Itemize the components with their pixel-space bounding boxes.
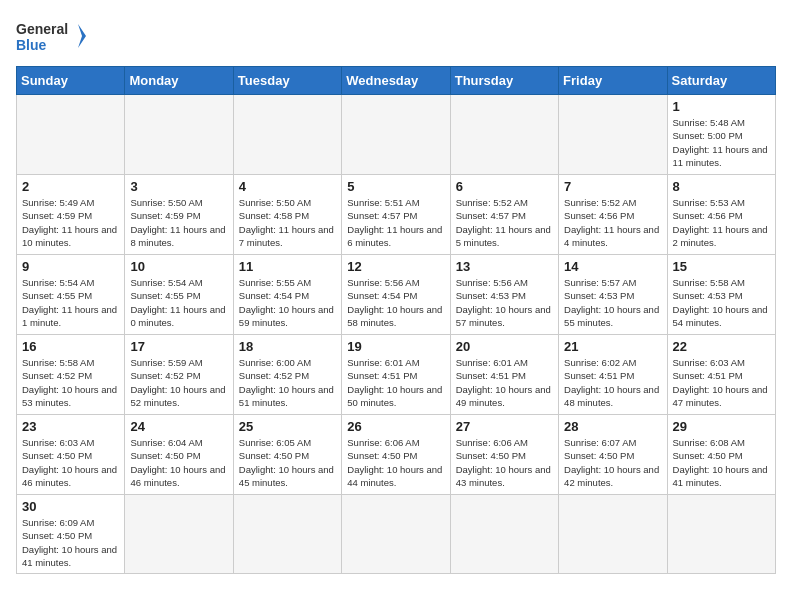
calendar-cell: 30Sunrise: 6:09 AM Sunset: 4:50 PM Dayli… (17, 495, 125, 574)
day-number: 28 (564, 419, 661, 434)
header: General Blue (16, 16, 776, 56)
day-number: 4 (239, 179, 336, 194)
day-number: 2 (22, 179, 119, 194)
calendar-cell: 27Sunrise: 6:06 AM Sunset: 4:50 PM Dayli… (450, 415, 558, 495)
week-row-5: 23Sunrise: 6:03 AM Sunset: 4:50 PM Dayli… (17, 415, 776, 495)
calendar-table: SundayMondayTuesdayWednesdayThursdayFrid… (16, 66, 776, 574)
week-row-4: 16Sunrise: 5:58 AM Sunset: 4:52 PM Dayli… (17, 335, 776, 415)
weekday-header-sunday: Sunday (17, 67, 125, 95)
day-number: 29 (673, 419, 770, 434)
day-number: 23 (22, 419, 119, 434)
day-number: 17 (130, 339, 227, 354)
day-info: Sunrise: 5:56 AM Sunset: 4:54 PM Dayligh… (347, 276, 444, 329)
day-info: Sunrise: 5:52 AM Sunset: 4:56 PM Dayligh… (564, 196, 661, 249)
day-info: Sunrise: 6:04 AM Sunset: 4:50 PM Dayligh… (130, 436, 227, 489)
calendar-cell: 2Sunrise: 5:49 AM Sunset: 4:59 PM Daylig… (17, 175, 125, 255)
weekday-header-tuesday: Tuesday (233, 67, 341, 95)
calendar-cell (450, 495, 558, 574)
calendar-cell: 29Sunrise: 6:08 AM Sunset: 4:50 PM Dayli… (667, 415, 775, 495)
day-number: 26 (347, 419, 444, 434)
day-number: 12 (347, 259, 444, 274)
day-info: Sunrise: 6:02 AM Sunset: 4:51 PM Dayligh… (564, 356, 661, 409)
day-number: 16 (22, 339, 119, 354)
weekday-header-thursday: Thursday (450, 67, 558, 95)
logo: General Blue (16, 16, 86, 56)
day-info: Sunrise: 6:01 AM Sunset: 4:51 PM Dayligh… (456, 356, 553, 409)
day-info: Sunrise: 5:54 AM Sunset: 4:55 PM Dayligh… (130, 276, 227, 329)
weekday-header-monday: Monday (125, 67, 233, 95)
calendar-cell: 3Sunrise: 5:50 AM Sunset: 4:59 PM Daylig… (125, 175, 233, 255)
calendar-cell: 23Sunrise: 6:03 AM Sunset: 4:50 PM Dayli… (17, 415, 125, 495)
day-number: 13 (456, 259, 553, 274)
calendar-cell: 8Sunrise: 5:53 AM Sunset: 4:56 PM Daylig… (667, 175, 775, 255)
day-number: 18 (239, 339, 336, 354)
calendar-cell: 7Sunrise: 5:52 AM Sunset: 4:56 PM Daylig… (559, 175, 667, 255)
calendar-cell (342, 495, 450, 574)
day-info: Sunrise: 6:03 AM Sunset: 4:50 PM Dayligh… (22, 436, 119, 489)
day-number: 7 (564, 179, 661, 194)
calendar-cell (17, 95, 125, 175)
day-info: Sunrise: 5:53 AM Sunset: 4:56 PM Dayligh… (673, 196, 770, 249)
day-number: 5 (347, 179, 444, 194)
day-number: 21 (564, 339, 661, 354)
day-info: Sunrise: 5:50 AM Sunset: 4:59 PM Dayligh… (130, 196, 227, 249)
calendar-cell: 12Sunrise: 5:56 AM Sunset: 4:54 PM Dayli… (342, 255, 450, 335)
calendar-cell (125, 495, 233, 574)
day-info: Sunrise: 5:57 AM Sunset: 4:53 PM Dayligh… (564, 276, 661, 329)
day-info: Sunrise: 6:01 AM Sunset: 4:51 PM Dayligh… (347, 356, 444, 409)
day-info: Sunrise: 5:55 AM Sunset: 4:54 PM Dayligh… (239, 276, 336, 329)
calendar-cell: 21Sunrise: 6:02 AM Sunset: 4:51 PM Dayli… (559, 335, 667, 415)
calendar-cell: 24Sunrise: 6:04 AM Sunset: 4:50 PM Dayli… (125, 415, 233, 495)
svg-text:General: General (16, 21, 68, 37)
day-info: Sunrise: 5:58 AM Sunset: 4:53 PM Dayligh… (673, 276, 770, 329)
day-number: 25 (239, 419, 336, 434)
calendar-cell: 16Sunrise: 5:58 AM Sunset: 4:52 PM Dayli… (17, 335, 125, 415)
calendar-cell: 6Sunrise: 5:52 AM Sunset: 4:57 PM Daylig… (450, 175, 558, 255)
day-info: Sunrise: 6:00 AM Sunset: 4:52 PM Dayligh… (239, 356, 336, 409)
svg-text:Blue: Blue (16, 37, 47, 53)
calendar-cell: 5Sunrise: 5:51 AM Sunset: 4:57 PM Daylig… (342, 175, 450, 255)
calendar-cell (342, 95, 450, 175)
day-number: 20 (456, 339, 553, 354)
day-number: 11 (239, 259, 336, 274)
calendar-cell (233, 95, 341, 175)
day-number: 27 (456, 419, 553, 434)
day-number: 10 (130, 259, 227, 274)
calendar-cell: 22Sunrise: 6:03 AM Sunset: 4:51 PM Dayli… (667, 335, 775, 415)
day-info: Sunrise: 5:58 AM Sunset: 4:52 PM Dayligh… (22, 356, 119, 409)
day-info: Sunrise: 5:52 AM Sunset: 4:57 PM Dayligh… (456, 196, 553, 249)
calendar-cell: 14Sunrise: 5:57 AM Sunset: 4:53 PM Dayli… (559, 255, 667, 335)
calendar-cell: 17Sunrise: 5:59 AM Sunset: 4:52 PM Dayli… (125, 335, 233, 415)
calendar-cell: 1Sunrise: 5:48 AM Sunset: 5:00 PM Daylig… (667, 95, 775, 175)
week-row-6: 30Sunrise: 6:09 AM Sunset: 4:50 PM Dayli… (17, 495, 776, 574)
day-number: 19 (347, 339, 444, 354)
day-info: Sunrise: 5:51 AM Sunset: 4:57 PM Dayligh… (347, 196, 444, 249)
week-row-1: 1Sunrise: 5:48 AM Sunset: 5:00 PM Daylig… (17, 95, 776, 175)
day-number: 1 (673, 99, 770, 114)
calendar-cell (450, 95, 558, 175)
day-number: 9 (22, 259, 119, 274)
calendar-cell: 19Sunrise: 6:01 AM Sunset: 4:51 PM Dayli… (342, 335, 450, 415)
day-info: Sunrise: 6:09 AM Sunset: 4:50 PM Dayligh… (22, 516, 119, 569)
day-info: Sunrise: 6:03 AM Sunset: 4:51 PM Dayligh… (673, 356, 770, 409)
calendar-cell: 13Sunrise: 5:56 AM Sunset: 4:53 PM Dayli… (450, 255, 558, 335)
week-row-2: 2Sunrise: 5:49 AM Sunset: 4:59 PM Daylig… (17, 175, 776, 255)
calendar-cell: 28Sunrise: 6:07 AM Sunset: 4:50 PM Dayli… (559, 415, 667, 495)
calendar-cell: 9Sunrise: 5:54 AM Sunset: 4:55 PM Daylig… (17, 255, 125, 335)
calendar-cell: 20Sunrise: 6:01 AM Sunset: 4:51 PM Dayli… (450, 335, 558, 415)
day-number: 24 (130, 419, 227, 434)
day-number: 30 (22, 499, 119, 514)
calendar-cell: 11Sunrise: 5:55 AM Sunset: 4:54 PM Dayli… (233, 255, 341, 335)
calendar-cell: 18Sunrise: 6:00 AM Sunset: 4:52 PM Dayli… (233, 335, 341, 415)
week-row-3: 9Sunrise: 5:54 AM Sunset: 4:55 PM Daylig… (17, 255, 776, 335)
calendar-cell (667, 495, 775, 574)
calendar-cell: 10Sunrise: 5:54 AM Sunset: 4:55 PM Dayli… (125, 255, 233, 335)
calendar-cell: 26Sunrise: 6:06 AM Sunset: 4:50 PM Dayli… (342, 415, 450, 495)
day-info: Sunrise: 5:56 AM Sunset: 4:53 PM Dayligh… (456, 276, 553, 329)
weekday-header-wednesday: Wednesday (342, 67, 450, 95)
calendar-cell: 25Sunrise: 6:05 AM Sunset: 4:50 PM Dayli… (233, 415, 341, 495)
day-info: Sunrise: 5:48 AM Sunset: 5:00 PM Dayligh… (673, 116, 770, 169)
calendar-cell (559, 495, 667, 574)
day-number: 14 (564, 259, 661, 274)
day-info: Sunrise: 5:59 AM Sunset: 4:52 PM Dayligh… (130, 356, 227, 409)
